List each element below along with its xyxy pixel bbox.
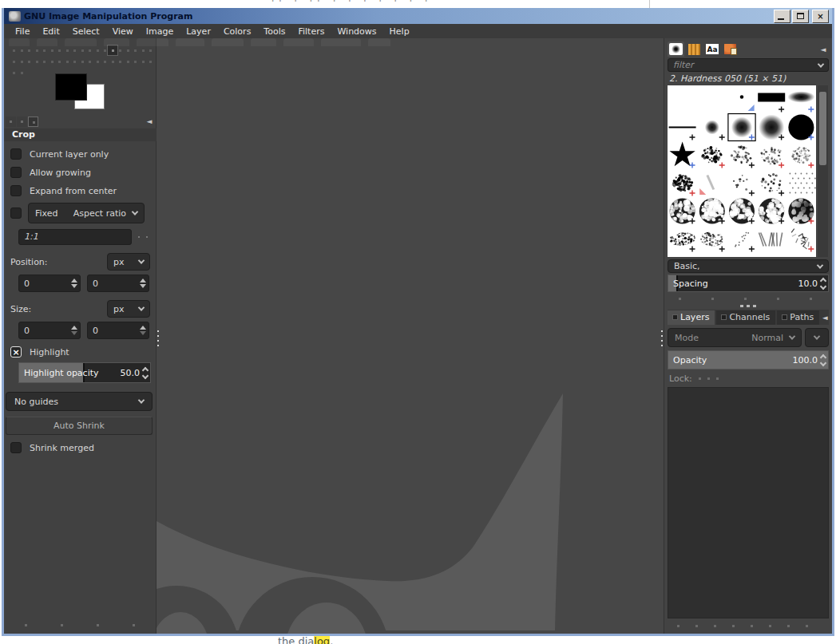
menu-colors[interactable]: Colors [217,25,257,38]
tool-button[interactable] [51,49,53,52]
dock-splitter[interactable] [668,305,829,307]
dock-tab-1[interactable] [6,117,16,127]
tool-button[interactable] [21,72,23,74]
menu-tools[interactable]: Tools [257,25,291,38]
highlight-row[interactable]: × Highlight [10,346,157,358]
tool-button[interactable] [89,61,91,63]
blend-space-combo[interactable] [805,328,829,347]
tool-button[interactable] [51,61,53,63]
minimize-button[interactable] [774,10,790,23]
spinner[interactable] [143,368,148,378]
shrink-merged-row[interactable]: Shrink merged [10,442,157,453]
highlight-opacity-slider[interactable]: Highlight opacity 50.0 [18,362,151,383]
auto-shrink-button[interactable]: Auto Shrink [6,417,153,435]
tool-button[interactable] [119,61,121,63]
dock-tab-tool-options[interactable] [28,117,38,127]
lock-buttons[interactable] [699,377,719,380]
menu-image[interactable]: Image [140,25,180,38]
tool-button[interactable] [73,49,76,52]
tab-patterns[interactable] [687,42,702,57]
menu-select[interactable]: Select [66,25,106,38]
size-unit-combo[interactable]: px [107,300,150,318]
tab-layers[interactable]: Layers [668,310,715,325]
tool-button[interactable] [28,49,30,52]
tool-button[interactable] [97,61,99,63]
tool-button[interactable] [58,49,61,52]
spin-up-icon[interactable] [140,279,146,282]
tool-button[interactable] [142,49,145,52]
spinner[interactable] [69,326,80,335]
color-area[interactable] [55,73,108,112]
tool-button[interactable] [104,61,106,63]
spin-up-icon[interactable] [71,326,77,330]
tool-button[interactable] [127,49,129,52]
aspect-ratio-input[interactable]: 1:1 [18,229,132,245]
tool-button[interactable] [66,61,69,63]
tool-button[interactable] [13,72,15,74]
tool-button[interactable] [134,61,137,63]
menu-file[interactable]: File [9,25,36,38]
swap-icon[interactable] [146,236,148,238]
tool-button[interactable] [89,49,91,52]
spin-up-icon[interactable] [140,326,146,330]
spacing-slider[interactable]: Spacing 10.0 [668,275,829,292]
menu-windows[interactable]: Windows [331,25,382,38]
allow-growing-row[interactable]: Allow growing [10,167,157,178]
fixed-combo[interactable]: Fixed Aspect ratio [28,203,145,223]
spin-down-icon[interactable] [140,331,146,335]
collapse-left-icon[interactable]: ◄ [818,44,829,54]
spinner[interactable] [138,279,149,288]
collapse-left-icon[interactable]: ◄ [144,117,155,127]
position-x-spinbox[interactable]: 0 [18,275,81,292]
tool-button[interactable] [43,61,46,63]
spin-down-icon[interactable] [71,331,77,335]
spin-down-icon[interactable] [820,359,826,365]
fixed-checkbox[interactable] [10,207,22,219]
brush-group-combo[interactable]: Basic, [668,259,829,273]
dock-grip-left[interactable] [157,330,159,346]
position-unit-combo[interactable]: px [107,253,150,271]
tool-button[interactable] [112,61,114,63]
spin-down-icon[interactable] [71,284,77,288]
tool-button[interactable] [43,49,46,52]
image-canvas[interactable] [157,38,664,634]
spin-down-icon[interactable] [142,372,149,378]
tool-button[interactable] [13,49,15,52]
size-w-spinbox[interactable]: 0 [18,322,81,339]
tool-button[interactable] [13,61,15,63]
tab-document-history[interactable] [723,42,738,56]
titlebar[interactable]: GNU Image Manipulation Program × [4,8,832,24]
tool-preset-buttons[interactable] [25,624,135,626]
tab-brushes[interactable] [668,41,684,57]
tool-button[interactable] [21,61,23,63]
brush-grid[interactable] [668,85,816,257]
tool-button[interactable] [36,49,38,52]
maximize-button[interactable] [792,10,809,23]
tab-fonts[interactable]: Aa [704,42,720,56]
current-layer-only-row[interactable]: Current layer only [10,148,157,160]
tool-button[interactable] [21,49,23,52]
spin-down-icon[interactable] [820,282,826,289]
spinner[interactable] [69,279,80,288]
swap-icon[interactable] [138,236,140,238]
checkbox[interactable] [10,167,22,178]
layer-list[interactable] [668,387,829,618]
tool-button[interactable] [134,49,137,52]
brush-scrollbar[interactable] [818,85,828,257]
opacity-slider[interactable]: Opacity 100.0 [668,350,829,369]
tool-button[interactable] [142,61,145,63]
checkbox[interactable] [10,185,22,196]
tool-button[interactable] [149,61,152,63]
tool-button[interactable] [119,49,121,52]
spinner[interactable] [821,355,826,365]
tab-paths[interactable]: Paths [777,310,819,325]
brush-filter-input[interactable]: filter [668,58,829,72]
menu-help[interactable]: Help [383,25,416,38]
spinner[interactable] [138,326,149,335]
tool-button[interactable] [28,61,30,63]
tool-button[interactable] [58,61,61,63]
shrink-merged-checkbox[interactable] [10,442,22,453]
dock-tab-2[interactable] [17,117,27,127]
brush-action-buttons[interactable] [679,298,829,300]
foreground-color-swatch[interactable] [55,73,87,101]
